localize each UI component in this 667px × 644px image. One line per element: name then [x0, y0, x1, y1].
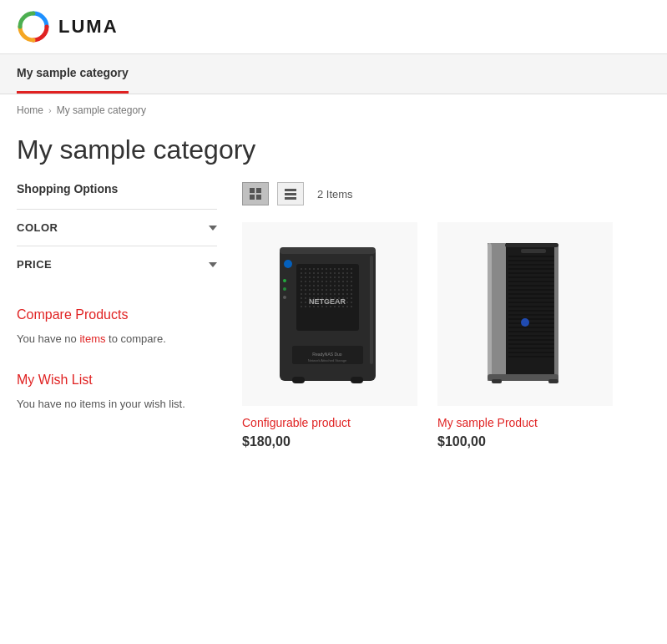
svg-point-145: [283, 279, 286, 282]
svg-rect-0: [250, 188, 255, 193]
svg-rect-29: [326, 272, 327, 274]
nav-bar: My sample category: [0, 54, 667, 94]
svg-rect-15: [321, 268, 323, 270]
svg-rect-137: [342, 306, 344, 307]
svg-rect-16: [326, 268, 327, 270]
svg-rect-83: [334, 289, 336, 291]
compare-title: Compare Products: [17, 307, 217, 322]
svg-rect-91: [313, 293, 315, 295]
nav-item-category[interactable]: My sample category: [17, 54, 129, 94]
svg-rect-160: [508, 268, 554, 270]
svg-point-146: [283, 287, 286, 291]
svg-rect-49: [301, 281, 302, 282]
site-header: LUMA: [0, 0, 667, 54]
svg-rect-68: [326, 285, 327, 287]
svg-rect-185: [492, 379, 502, 383]
svg-rect-79: [317, 289, 319, 291]
svg-rect-100: [351, 293, 352, 295]
product-image-wrapper: [437, 222, 613, 406]
svg-rect-102: [305, 297, 306, 299]
list-view-button[interactable]: [277, 182, 304, 205]
svg-rect-157: [508, 256, 554, 257]
svg-rect-101: [301, 297, 302, 299]
svg-rect-162: [508, 276, 554, 278]
svg-rect-11: [305, 268, 306, 270]
product-name[interactable]: My sample Product: [437, 416, 613, 429]
svg-rect-54: [321, 281, 323, 282]
svg-rect-158: [508, 260, 554, 261]
svg-rect-34: [346, 272, 348, 274]
svg-rect-174: [508, 327, 554, 328]
svg-rect-41: [321, 276, 323, 278]
svg-rect-138: [346, 306, 348, 307]
svg-rect-136: [338, 306, 340, 307]
breadcrumb: Home › My sample category: [0, 94, 667, 126]
svg-text:Network Attached Storage: Network Attached Storage: [308, 358, 347, 363]
svg-rect-82: [330, 289, 331, 291]
svg-rect-17: [330, 268, 331, 270]
product-name[interactable]: Configurable product: [242, 416, 417, 429]
svg-rect-20: [342, 268, 344, 270]
svg-rect-72: [342, 285, 344, 287]
svg-rect-67: [321, 285, 323, 287]
svg-rect-114: [301, 302, 302, 303]
products-toolbar: 2 Items: [242, 182, 650, 205]
svg-rect-30: [330, 272, 331, 274]
svg-rect-21: [346, 268, 348, 270]
svg-rect-18: [334, 268, 336, 270]
svg-rect-95: [330, 293, 331, 295]
svg-rect-51: [309, 281, 311, 282]
compare-items-link[interactable]: items: [79, 332, 105, 345]
svg-rect-53: [317, 281, 319, 282]
svg-rect-165: [508, 289, 554, 291]
grid-view-icon: [249, 187, 262, 200]
svg-rect-42: [326, 276, 327, 278]
svg-rect-4: [285, 189, 296, 191]
logo[interactable]: LUMA: [17, 10, 119, 43]
svg-rect-132: [321, 306, 323, 307]
svg-rect-173: [508, 322, 554, 324]
svg-rect-130: [313, 306, 315, 307]
filter-color-label: COLOR: [17, 221, 58, 234]
svg-rect-55: [326, 281, 327, 282]
svg-rect-148: [370, 256, 373, 364]
chevron-down-icon: [209, 262, 217, 267]
svg-rect-155: [554, 243, 558, 381]
svg-rect-62: [301, 285, 302, 287]
svg-rect-125: [346, 302, 348, 303]
svg-rect-66: [317, 285, 319, 287]
svg-rect-57: [334, 281, 336, 282]
wishlist-title: My Wish List: [17, 373, 217, 388]
svg-point-147: [283, 296, 286, 299]
grid-view-button[interactable]: [242, 182, 269, 205]
svg-rect-170: [508, 310, 554, 312]
svg-rect-127: [301, 306, 302, 307]
svg-rect-32: [338, 272, 340, 274]
svg-rect-149: [292, 377, 305, 383]
svg-rect-150: [351, 377, 363, 383]
svg-rect-64: [309, 285, 311, 287]
svg-rect-27: [317, 272, 319, 274]
svg-rect-135: [334, 306, 336, 307]
svg-rect-77: [309, 289, 311, 291]
svg-rect-74: [351, 285, 352, 287]
breadcrumb-home[interactable]: Home: [17, 104, 43, 116]
svg-rect-8: [280, 247, 376, 254]
svg-rect-112: [346, 297, 348, 299]
svg-rect-59: [342, 281, 344, 282]
svg-rect-180: [508, 352, 554, 353]
svg-rect-75: [301, 289, 302, 291]
svg-rect-167: [508, 297, 554, 299]
filter-color[interactable]: COLOR: [17, 209, 217, 246]
svg-rect-164: [508, 285, 554, 287]
svg-rect-71: [338, 285, 340, 287]
product-grid: NETGEAR ReadyNAS Duo Network Attached St…: [242, 222, 650, 449]
svg-rect-96: [334, 293, 336, 295]
product-image-ups: [475, 239, 575, 389]
svg-rect-1: [256, 188, 261, 193]
svg-rect-183: [521, 249, 546, 253]
product-image-wrapper: NETGEAR ReadyNAS Duo Network Attached St…: [242, 222, 417, 406]
svg-rect-24: [305, 272, 306, 274]
svg-rect-81: [326, 289, 327, 291]
filter-price[interactable]: PRICE: [17, 246, 217, 282]
